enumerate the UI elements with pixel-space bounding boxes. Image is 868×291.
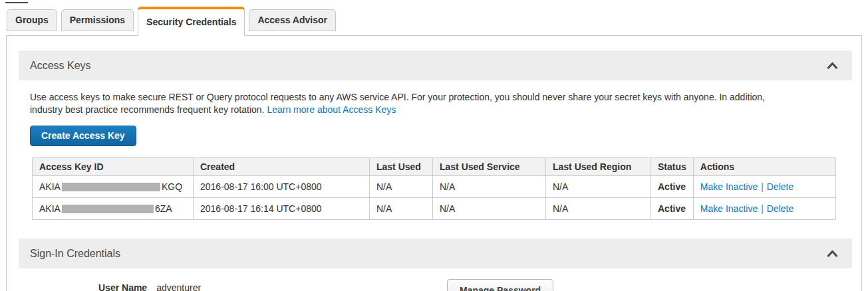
access-key-id-cell: AKIAKGQ <box>33 176 194 198</box>
access-keys-collapse-button[interactable] <box>824 60 841 70</box>
sign-in-credentials-section: Sign-In Credentials User Name adventurer… <box>7 239 861 291</box>
status-badge: Active <box>651 198 694 220</box>
column-header-access-key-id: Access Key ID <box>33 158 194 176</box>
redacted-text-block <box>62 205 154 213</box>
screenshot-artifact-line <box>5 2 28 3</box>
manage-password-button[interactable]: Manage Password <box>447 279 553 291</box>
delete-link[interactable]: Delete <box>767 203 794 214</box>
chevron-up-icon <box>827 61 838 71</box>
learn-more-link[interactable]: Learn more about Access Keys <box>267 104 396 115</box>
user-name-row: User Name adventurer Manage Password <box>98 282 861 291</box>
create-access-key-button[interactable]: Create Access Key <box>30 126 136 146</box>
description-line-2: industry best practice recommends freque… <box>30 104 265 115</box>
status-badge: Active <box>651 176 694 198</box>
column-header-last-used-region: Last Used Region <box>546 158 651 176</box>
table-row: AKIA6ZA 2016-08-17 16:14 UTC+0800 N/A N/… <box>33 198 836 220</box>
chevron-up-icon <box>827 249 838 259</box>
column-header-actions: Actions <box>693 158 835 176</box>
make-inactive-link[interactable]: Make Inactive <box>700 181 758 192</box>
description-line-1: Use access keys to make secure REST or Q… <box>30 92 765 102</box>
delete-link[interactable]: Delete <box>767 181 794 192</box>
tab-access-advisor[interactable]: Access Advisor <box>249 9 336 31</box>
key-suffix: KGQ <box>162 181 182 192</box>
sign-in-section-title: Sign-In Credentials <box>30 248 120 260</box>
user-name-label: User Name <box>98 282 147 291</box>
table-header-row: Access Key ID Created Last Used Last Use… <box>33 158 836 176</box>
access-keys-section-header: Access Keys <box>19 50 852 80</box>
last-used-service-cell: N/A <box>433 198 546 220</box>
actions-cell: Make Inactive|Delete <box>693 176 835 198</box>
column-header-created: Created <box>194 158 370 176</box>
redacted-text-block <box>62 183 160 191</box>
access-keys-section: Access Keys Use access keys to make secu… <box>7 50 861 220</box>
last-used-cell: N/A <box>370 176 433 198</box>
column-header-last-used-service: Last Used Service <box>433 158 546 176</box>
last-used-cell: N/A <box>370 198 433 220</box>
column-header-status: Status <box>651 158 694 176</box>
make-inactive-link[interactable]: Make Inactive <box>700 203 758 214</box>
tab-security-credentials[interactable]: Security Credentials <box>138 7 245 36</box>
key-prefix: AKIA <box>39 203 61 214</box>
tab-groups[interactable]: Groups <box>7 9 57 31</box>
access-keys-section-title: Access Keys <box>30 60 91 72</box>
tab-permissions[interactable]: Permissions <box>61 9 134 31</box>
access-keys-description: Use access keys to make secure REST or Q… <box>30 91 848 116</box>
key-suffix: 6ZA <box>155 203 172 214</box>
actions-separator: | <box>761 181 764 192</box>
actions-separator: | <box>761 203 764 214</box>
access-keys-table: Access Key ID Created Last Used Last Use… <box>32 157 836 220</box>
created-cell: 2016-08-17 16:14 UTC+0800 <box>194 198 370 220</box>
column-header-last-used: Last Used <box>370 158 433 176</box>
tab-bar: Groups Permissions Security Credentials … <box>7 7 868 35</box>
last-used-region-cell: N/A <box>546 176 651 198</box>
last-used-region-cell: N/A <box>546 198 651 220</box>
table-row: AKIAKGQ 2016-08-17 16:00 UTC+0800 N/A N/… <box>33 176 836 198</box>
access-key-id-cell: AKIA6ZA <box>33 198 194 220</box>
last-used-service-cell: N/A <box>433 176 546 198</box>
created-cell: 2016-08-17 16:00 UTC+0800 <box>194 176 370 198</box>
sign-in-section-header: Sign-In Credentials <box>19 239 852 268</box>
actions-cell: Make Inactive|Delete <box>693 198 835 220</box>
user-name-value: adventurer <box>156 282 201 291</box>
sign-in-collapse-button[interactable] <box>824 248 841 258</box>
key-prefix: AKIA <box>39 181 61 192</box>
security-credentials-panel: Access Keys Use access keys to make secu… <box>6 35 862 291</box>
